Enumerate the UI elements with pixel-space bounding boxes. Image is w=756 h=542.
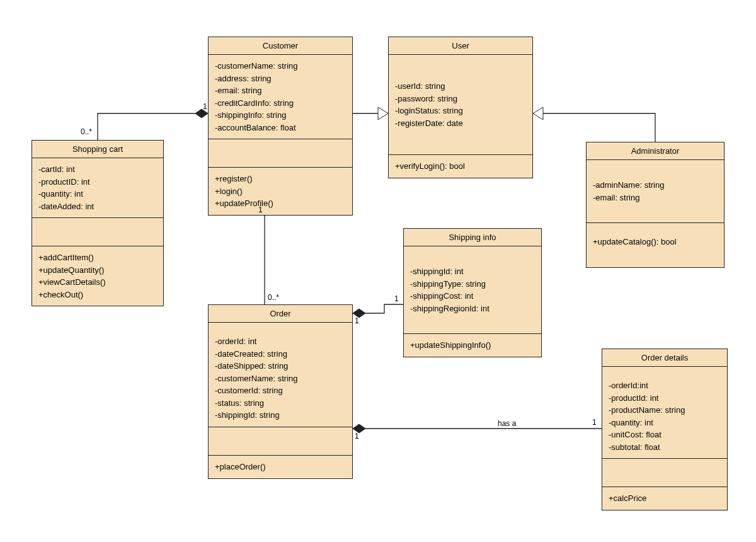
multiplicity-label: 1: [203, 102, 207, 111]
methods-section: +updateCatalog(): bool: [587, 223, 724, 267]
class-order-details[interactable]: Order details -orderId:int -productId: i…: [602, 349, 728, 510]
class-title: User: [389, 37, 532, 55]
spacer-section: [209, 139, 352, 168]
class-shopping-cart[interactable]: Shopping cart -cartId: int -productID: i…: [32, 140, 164, 306]
svg-marker-2: [533, 107, 543, 120]
multiplicity-label: 1: [355, 316, 359, 325]
class-title: Customer: [209, 37, 352, 55]
methods-section: +verifyLogin(): bool: [389, 155, 532, 178]
spacer-section: [32, 218, 163, 246]
attributes-section: -cartId: int -productID: int -quantity: …: [32, 158, 163, 218]
class-title: Order: [209, 305, 352, 323]
methods-section: +calcPrice: [602, 487, 727, 510]
multiplicity-label: 0..*: [268, 293, 279, 302]
methods-section: +updateShippingInfo(): [404, 334, 541, 357]
class-order[interactable]: Order -orderId: int -dateCreated: string…: [208, 304, 353, 479]
class-title: Shipping info: [404, 229, 541, 246]
methods-section: +addCartItem() +updateQuantity() +viewCa…: [32, 246, 163, 306]
class-customer[interactable]: Customer -customerName: string -address:…: [208, 37, 353, 216]
multiplicity-label: 1: [592, 418, 597, 427]
attributes-section: -orderId:int -productId: int -productNam…: [602, 367, 727, 459]
methods-section: +register() +login() +updateProfile(): [209, 168, 352, 215]
class-shipping-info[interactable]: Shipping info -shippingId: int -shipping…: [403, 228, 542, 357]
class-title: Shopping cart: [32, 141, 163, 158]
multiplicity-label: 1: [394, 294, 399, 303]
attributes-section: -shippingId: int -shippingType: string -…: [404, 246, 541, 334]
class-title: Administrator: [587, 142, 724, 160]
attributes-section: -adminName: string -email: string: [587, 160, 724, 223]
class-administrator[interactable]: Administrator -adminName: string -email:…: [586, 142, 724, 268]
attributes-section: -userId: string -password: string -login…: [389, 55, 532, 155]
attributes-section: -orderId: int -dateCreated: string -date…: [209, 323, 352, 427]
methods-section: +placeOrder(): [209, 456, 352, 478]
relation-label: has a: [498, 419, 516, 428]
spacer-section: [209, 427, 352, 456]
multiplicity-label: 0..*: [81, 127, 92, 136]
class-title: Order details: [602, 349, 727, 367]
multiplicity-label: 1: [258, 205, 263, 214]
svg-marker-1: [378, 107, 388, 120]
class-user[interactable]: User -userId: string -password: string -…: [388, 37, 533, 178]
multiplicity-label: 1: [355, 432, 359, 441]
attributes-section: -customerName: string -address: string -…: [209, 55, 352, 139]
spacer-section: [602, 459, 727, 487]
